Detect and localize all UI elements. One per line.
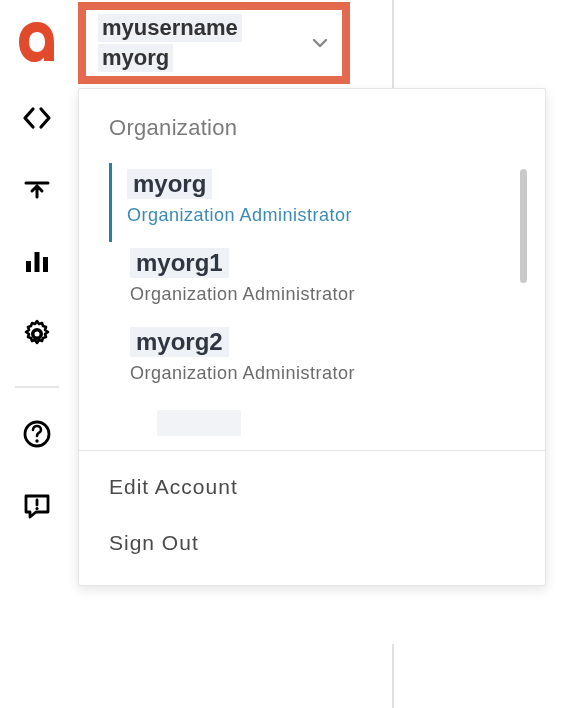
org-name: myorg2 <box>130 327 229 357</box>
nav-help[interactable] <box>17 414 57 454</box>
org-role: Organization Administrator <box>130 363 515 384</box>
bar-chart-icon <box>22 247 52 277</box>
org-name: myorg <box>127 169 212 199</box>
org-item-myorg[interactable]: myorg Organization Administrator <box>109 163 515 242</box>
help-icon <box>22 419 52 449</box>
edit-account-link[interactable]: Edit Account <box>79 459 545 515</box>
svg-point-6 <box>35 507 38 510</box>
scrollbar-thumb[interactable] <box>520 169 527 283</box>
org-item-myorg2[interactable]: myorg2 Organization Administrator <box>112 321 515 400</box>
nav-publish[interactable] <box>17 170 57 210</box>
org-item-truncated[interactable] <box>157 410 241 436</box>
org-role: Organization Administrator <box>127 205 515 226</box>
gear-icon <box>22 319 52 349</box>
account-dropdown: Organization myorg Organization Administ… <box>78 88 546 586</box>
org-item-myorg1[interactable]: myorg1 Organization Administrator <box>112 242 515 321</box>
dropdown-divider <box>79 450 545 451</box>
chevron-down-icon <box>308 31 332 55</box>
current-username: myusername <box>98 14 242 42</box>
svg-point-4 <box>35 439 38 442</box>
org-section-label: Organization <box>79 89 545 163</box>
org-list: myorg Organization Administrator myorg1 … <box>79 163 545 436</box>
sign-out-link[interactable]: Sign Out <box>79 515 545 571</box>
current-org: myorg <box>98 44 173 72</box>
nav-feedback[interactable] <box>17 486 57 526</box>
content-divider <box>392 644 394 708</box>
app-logo[interactable] <box>7 12 67 72</box>
svg-rect-2 <box>43 257 48 272</box>
feedback-icon <box>22 491 52 521</box>
code-icon <box>22 103 52 133</box>
account-trigger-text: myusername myorg <box>98 14 308 73</box>
svg-rect-0 <box>26 261 31 272</box>
content-divider <box>392 0 394 92</box>
publish-icon <box>22 175 52 205</box>
logo-a-icon <box>11 16 63 68</box>
nav-settings[interactable] <box>17 314 57 354</box>
left-nav-rail <box>0 0 74 708</box>
nav-develop[interactable] <box>17 98 57 138</box>
org-name: myorg1 <box>130 248 229 278</box>
nav-analytics[interactable] <box>17 242 57 282</box>
rail-divider <box>15 386 59 388</box>
account-switcher-trigger[interactable]: myusername myorg <box>78 2 350 84</box>
svg-rect-1 <box>35 252 40 272</box>
org-role: Organization Administrator <box>130 284 515 305</box>
